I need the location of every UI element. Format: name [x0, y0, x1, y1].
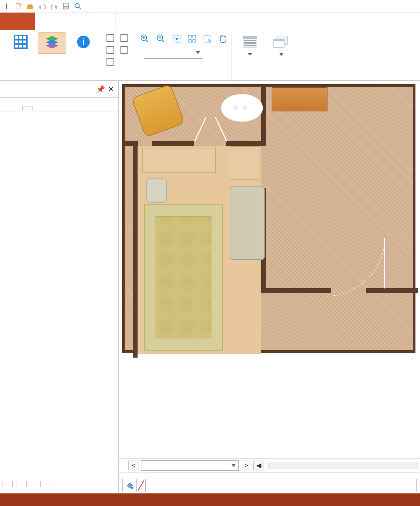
canvas-area: < > ◀	[119, 81, 420, 493]
svg-rect-46	[244, 42, 256, 44]
grid-icon	[12, 34, 29, 50]
svg-line-33	[162, 39, 164, 42]
color-swatches	[146, 479, 416, 492]
svg-rect-10	[64, 7, 68, 9]
undo-icon[interactable]	[38, 2, 46, 10]
add-button[interactable]	[2, 481, 13, 487]
svg-line-52	[138, 480, 144, 491]
ribbon: i	[0, 30, 420, 81]
libraries-button[interactable]	[6, 32, 35, 53]
no-color-icon[interactable]	[137, 479, 146, 492]
svg-rect-15	[19, 36, 22, 39]
page-navigator: < > ◀	[119, 458, 420, 472]
page-select[interactable]	[141, 460, 239, 471]
svg-point-51	[131, 487, 133, 489]
pin-icon[interactable]: 📌	[97, 85, 104, 93]
page-prev-button[interactable]: <	[128, 461, 139, 470]
hscroll-left-button[interactable]: ◀	[253, 461, 264, 470]
panel-tab-layers[interactable]	[22, 107, 33, 111]
panels-button[interactable]	[236, 32, 264, 57]
quick-access-toolbar	[0, 0, 420, 13]
svg-rect-16	[23, 36, 26, 39]
svg-line-29	[146, 39, 148, 42]
new-file-icon[interactable]	[15, 2, 22, 10]
zoom-in-icon[interactable]	[140, 34, 149, 43]
svg-rect-14	[15, 36, 18, 39]
delete-button[interactable]	[16, 481, 27, 487]
svg-rect-17	[15, 41, 18, 43]
tab-share[interactable]	[116, 13, 136, 30]
zoom-select[interactable]	[144, 47, 203, 59]
svg-rect-9	[64, 3, 68, 6]
svg-rect-19	[23, 41, 26, 43]
pan-hand-icon[interactable]	[219, 34, 227, 43]
panel-tabs	[0, 97, 118, 111]
tab-shape[interactable]	[55, 13, 75, 30]
zoom-region-icon[interactable]	[203, 35, 212, 43]
group-panels-windows	[231, 32, 300, 80]
check-shape-sizes[interactable]	[120, 46, 132, 54]
chevron-down-icon	[196, 51, 200, 54]
panels-icon	[242, 34, 258, 50]
zoom-out-icon[interactable]	[156, 34, 165, 43]
svg-rect-40	[193, 39, 196, 42]
svg-rect-21	[19, 45, 22, 47]
select-objects-button[interactable]	[40, 481, 51, 487]
svg-rect-39	[189, 39, 191, 42]
window-button[interactable]	[267, 32, 296, 57]
tab-view[interactable]	[96, 13, 116, 30]
info-button[interactable]: i	[69, 32, 98, 53]
group-label-zoom	[140, 77, 227, 80]
horizontal-scrollbar[interactable]	[268, 462, 418, 469]
zoom-selection-icon[interactable]	[188, 35, 196, 43]
save-icon[interactable]	[62, 2, 70, 10]
svg-rect-20	[15, 45, 18, 47]
layers-button[interactable]	[38, 32, 66, 54]
check-grid[interactable]	[106, 46, 118, 54]
window-icon	[273, 34, 290, 50]
panel-tab-solutions[interactable]	[1, 107, 12, 111]
file-tab[interactable]	[0, 13, 35, 30]
tab-document[interactable]	[75, 13, 96, 30]
tab-home[interactable]	[35, 13, 55, 30]
svg-line-12	[79, 7, 81, 9]
open-icon[interactable]	[27, 2, 34, 10]
svg-rect-45	[244, 40, 256, 41]
check-guides[interactable]	[106, 58, 118, 66]
svg-line-42	[208, 39, 211, 42]
svg-rect-38	[193, 35, 196, 38]
info-icon: i	[75, 34, 92, 50]
svg-rect-5	[27, 6, 33, 9]
svg-point-36	[176, 38, 178, 40]
ribbon-tabs	[0, 13, 420, 30]
page-next-button[interactable]: >	[241, 461, 251, 470]
group-label-side-panels	[6, 77, 98, 80]
svg-rect-18	[19, 41, 22, 43]
paint-bucket-icon[interactable]	[123, 479, 137, 492]
chevron-down-icon	[279, 53, 283, 56]
panel-tab-pages[interactable]	[12, 107, 22, 111]
svg-text:i: i	[82, 37, 85, 46]
group-zoom	[136, 32, 231, 80]
zoom-fit-icon[interactable]	[172, 35, 181, 43]
svg-marker-25	[46, 43, 58, 49]
pencil-icon[interactable]	[3, 2, 10, 10]
check-page-breaks[interactable]	[120, 34, 132, 42]
group-side-panels: i	[2, 32, 102, 80]
group-label-panels-windows	[236, 77, 296, 80]
close-icon[interactable]: ✕	[107, 85, 115, 93]
layer-list	[0, 111, 118, 474]
find-icon[interactable]	[74, 2, 82, 10]
svg-marker-1	[6, 8, 7, 9]
svg-rect-50	[274, 39, 284, 41]
chevron-down-icon	[231, 464, 236, 467]
redo-icon[interactable]	[50, 2, 58, 10]
check-rulers[interactable]	[106, 34, 118, 42]
chevron-down-icon	[248, 53, 252, 56]
status-bar	[0, 493, 420, 506]
svg-rect-37	[189, 35, 191, 38]
layers-panel: 📌 ✕	[0, 81, 119, 493]
floorplan	[122, 84, 415, 353]
canvas[interactable]	[119, 81, 420, 458]
svg-rect-22	[23, 45, 26, 47]
